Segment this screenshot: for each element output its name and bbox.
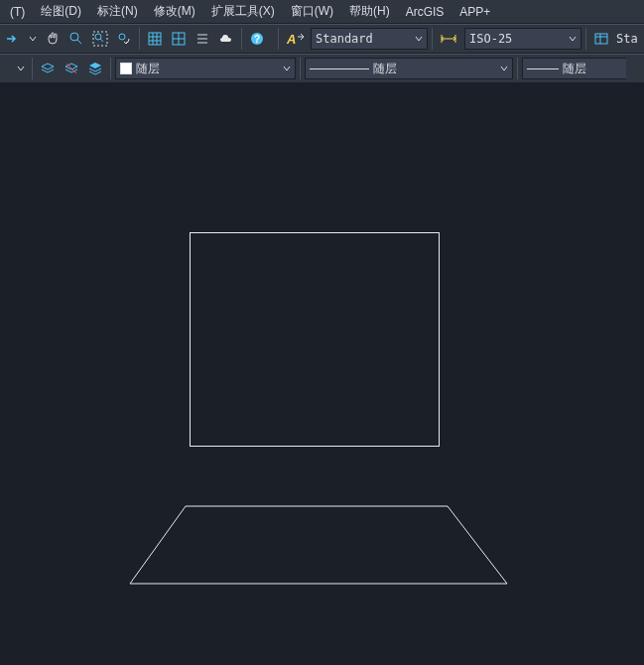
arrow-right-icon[interactable] — [2, 28, 24, 50]
dropdown-arrow-icon[interactable] — [26, 28, 40, 50]
chevron-down-icon — [569, 32, 577, 46]
svg-text:?: ? — [254, 34, 260, 45]
layer-manager-icon[interactable] — [84, 58, 106, 79]
rectangle-shape — [190, 232, 440, 447]
chevron-down-icon — [283, 62, 291, 75]
svg-line-1 — [77, 40, 81, 44]
textstyle-combo[interactable]: Standard — [311, 28, 428, 50]
svg-point-5 — [119, 34, 125, 40]
layer-iso-icon[interactable] — [37, 58, 59, 79]
toolbar-1: ? A Standard ISO-25 Sta — [0, 24, 644, 54]
color-swatch-icon — [120, 63, 132, 74]
menu-annotate[interactable]: 标注(N) — [89, 0, 146, 23]
menu-window[interactable]: 窗口(W) — [283, 0, 341, 23]
help-icon[interactable]: ? — [246, 28, 268, 50]
chevron-down-icon — [500, 62, 508, 75]
svg-line-3 — [100, 39, 103, 42]
chevron-down-icon — [415, 32, 423, 46]
svg-marker-28 — [130, 506, 507, 584]
color-combo[interactable]: 随层 — [115, 58, 296, 79]
separator — [139, 28, 140, 50]
color-value: 随层 — [136, 61, 160, 77]
zoom-window-icon[interactable] — [65, 28, 87, 50]
right-truncated-label: Sta — [616, 32, 638, 46]
separator — [32, 58, 33, 79]
separator — [110, 58, 111, 79]
dimstyle-icon[interactable] — [437, 28, 462, 50]
menu-appplus[interactable]: APP+ — [451, 2, 498, 22]
separator — [585, 28, 586, 50]
textstyle-icon[interactable]: A — [283, 28, 309, 50]
linetype-combo[interactable]: 随层 — [305, 58, 513, 79]
separator — [278, 28, 279, 50]
grid1-icon[interactable] — [144, 28, 166, 50]
zoom-extents-icon[interactable] — [89, 28, 111, 50]
menu-help[interactable]: 帮助(H) — [341, 0, 398, 23]
separator — [241, 28, 242, 50]
pan-icon[interactable] — [42, 28, 64, 50]
drawing-canvas[interactable] — [0, 83, 644, 665]
grid2-icon[interactable] — [168, 28, 190, 50]
dropdown-arrow-icon[interactable] — [14, 58, 28, 79]
svg-point-0 — [70, 33, 78, 41]
textstyle-value: Standard — [316, 32, 373, 46]
linetype-value: 随层 — [373, 61, 397, 77]
svg-rect-27 — [191, 233, 440, 447]
lineweight-value: 随层 — [563, 61, 586, 77]
menu-modify[interactable]: 修改(M) — [146, 0, 203, 23]
table-icon[interactable] — [590, 28, 612, 50]
svg-text:A: A — [286, 32, 296, 47]
layer-uniso-icon[interactable] — [61, 58, 82, 79]
trapezoid-shape — [129, 505, 508, 585]
svg-rect-23 — [595, 34, 607, 44]
separator — [300, 58, 301, 79]
list-icon[interactable] — [192, 28, 213, 50]
dimstyle-combo[interactable]: ISO-25 — [464, 28, 581, 50]
line-sample-icon — [527, 68, 559, 69]
svg-rect-6 — [149, 33, 161, 45]
separator — [517, 58, 518, 79]
menu-bar: (T) 绘图(D) 标注(N) 修改(M) 扩展工具(X) 窗口(W) 帮助(H… — [0, 0, 644, 24]
zoom-previous-icon[interactable] — [113, 28, 135, 50]
separator — [432, 28, 433, 50]
lineweight-combo[interactable]: 随层 — [522, 58, 626, 79]
menu-express[interactable]: 扩展工具(X) — [203, 0, 283, 23]
menu-draw[interactable]: 绘图(D) — [33, 0, 89, 23]
toolbar-2: 随层 随层 随层 — [0, 54, 644, 83]
menu-arcgis[interactable]: ArcGIS — [398, 2, 452, 22]
cloud-icon[interactable] — [215, 28, 237, 50]
dimstyle-value: ISO-25 — [469, 32, 512, 46]
line-sample-icon — [310, 68, 369, 69]
menu-t[interactable]: (T) — [2, 2, 33, 22]
